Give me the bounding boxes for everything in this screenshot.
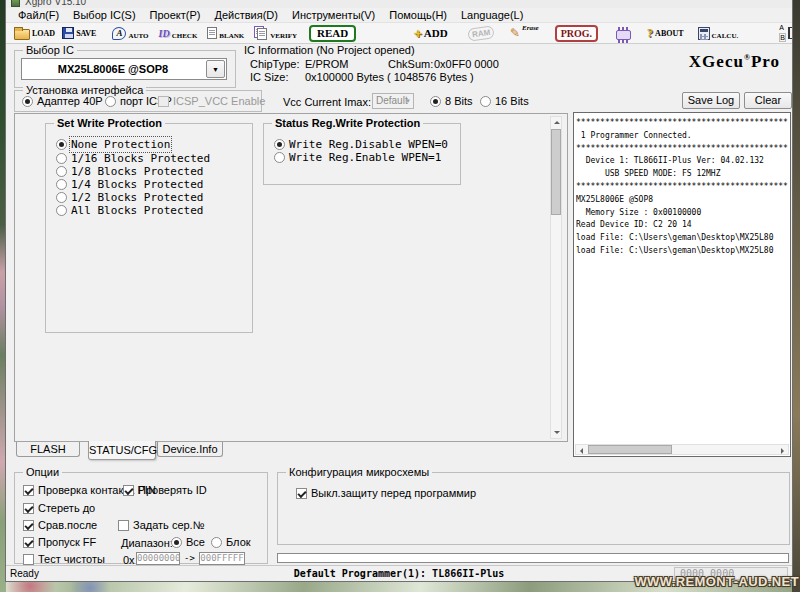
vertical-scrollbar-thumb[interactable]	[551, 129, 561, 215]
checkbox-icon[interactable]	[123, 485, 134, 496]
window-title: Xgpro V15.10	[25, 0, 86, 7]
blank-check-button[interactable]: BLANK	[207, 23, 244, 43]
wp-1-4-radio[interactable]: 1/4 Blocks Protected	[56, 178, 203, 191]
tab-status-cfg[interactable]: STATUS/CFG	[88, 441, 156, 460]
16-bits-radio[interactable]: 16 Bits	[480, 95, 529, 107]
auto-button[interactable]: A AUTO	[112, 23, 148, 43]
load-button[interactable]: LOAD	[14, 23, 55, 43]
radio-icon[interactable]	[211, 537, 222, 548]
wpen-disable-radio[interactable]: Write Reg.Disable WPEN=0	[274, 138, 448, 151]
radio-icon[interactable]	[56, 153, 67, 164]
ram-button[interactable]: RAM	[468, 23, 494, 43]
icsp-vcc-label: ICSP_VCC Enable	[173, 95, 265, 107]
skip-ff-checkbox[interactable]: Пропуск FF	[23, 536, 96, 548]
wp-none-radio[interactable]: None Protection	[56, 138, 170, 151]
menu-language[interactable]: Language(L)	[456, 9, 528, 21]
wpen-enable-radio[interactable]: Write Reg.Enable WPEN=1	[274, 151, 441, 164]
radio-icon[interactable]	[22, 96, 33, 107]
scroll-left-arrow[interactable]	[576, 445, 587, 456]
tab-flash[interactable]: FLASH	[16, 442, 80, 457]
menu-file[interactable]: Файл(F)	[13, 9, 64, 21]
scroll-up-arrow[interactable]	[551, 117, 562, 128]
wp-1-8-radio[interactable]: 1/8 Blocks Protected	[56, 165, 203, 178]
menu-project[interactable]: Проект(P)	[145, 9, 206, 21]
checkbox-icon[interactable]	[23, 537, 34, 548]
read-button[interactable]: READ	[309, 23, 356, 43]
erase-before-checkbox[interactable]: Стереть до	[23, 502, 95, 514]
checkbox-icon[interactable]	[23, 503, 34, 514]
options-group: Опции Проверка контакта PIN Проверять ID…	[14, 472, 268, 564]
range-block-label: Блок	[226, 536, 251, 548]
unprotect-checkbox[interactable]: Выкл.защиту перед программир	[296, 487, 476, 499]
radio-icon[interactable]	[480, 96, 491, 107]
checksum-label: ChkSum:	[388, 58, 433, 70]
address-from-field[interactable]: 00000000	[136, 552, 180, 565]
wp-all-radio[interactable]: All Blocks Protected	[56, 204, 203, 217]
radio-icon[interactable]	[56, 166, 67, 177]
log-horizontal-scrollbar[interactable]	[575, 444, 789, 455]
verify-after-checkbox[interactable]: Срав.после	[23, 519, 97, 531]
range-block-radio[interactable]: Блок	[211, 536, 251, 548]
checkbox-icon[interactable]	[23, 520, 34, 531]
blank-test-checkbox[interactable]: Тест чистоты	[23, 553, 105, 565]
radio-icon[interactable]	[274, 152, 285, 163]
menu-actions[interactable]: Действия(D)	[210, 9, 283, 21]
adapter-40p-radio[interactable]: Адаптер 40P	[22, 95, 103, 107]
range-all-radio[interactable]: Все	[171, 536, 205, 548]
ic-information: IC Information (No Project opened) ChipT…	[244, 44, 654, 88]
radio-icon[interactable]	[274, 139, 285, 150]
save-log-button[interactable]: Save Log	[682, 92, 740, 109]
ic-size-value: 0x100000 Bytes ( 1048576 Bytes )	[305, 71, 474, 83]
save-button[interactable]: SAVE	[62, 23, 96, 43]
prog-button[interactable]: PROG.	[555, 23, 598, 43]
horizontal-scrollbar-thumb[interactable]	[588, 445, 672, 454]
checkbox-icon[interactable]	[118, 520, 129, 531]
erase-button[interactable]: ✎ Erase	[510, 23, 539, 43]
scroll-right-arrow[interactable]	[777, 445, 788, 456]
radio-icon[interactable]	[56, 179, 67, 190]
menu-tools[interactable]: Инструменты(V)	[287, 9, 380, 21]
chip-select-combobox[interactable]: MX25L8006E @SOP8 ▼	[21, 58, 227, 80]
radio-icon[interactable]	[105, 96, 116, 107]
checkbox-icon[interactable]	[296, 488, 307, 499]
logic-gate-icon: A B & Y	[778, 26, 792, 41]
radio-icon[interactable]	[56, 192, 67, 203]
8-bits-radio[interactable]: 8 Bits	[430, 95, 473, 107]
tab-device-info[interactable]: Device.Info	[157, 442, 223, 457]
address-to-field[interactable]: 000FFFFF	[199, 552, 245, 565]
wp-none-label: None Protection	[71, 138, 170, 151]
radio-icon[interactable]	[56, 139, 67, 150]
question-mark-icon: ?	[647, 26, 653, 41]
logic-gate-button[interactable]: A B & Y	[778, 23, 792, 43]
log-line: load File: C:\Users\geman\Desktop\MX25L8…	[576, 245, 788, 258]
chevron-down-icon: ▼	[212, 66, 219, 73]
skip-ff-label: Пропуск FF	[38, 536, 96, 548]
clear-button[interactable]: Clear	[744, 92, 792, 109]
menu-select-ic[interactable]: Выбор IC(S)	[68, 9, 141, 21]
radio-icon[interactable]	[171, 537, 182, 548]
checkbox-icon	[158, 96, 169, 107]
check-id-checkbox[interactable]: Проверять ID	[123, 484, 207, 496]
scroll-down-arrow[interactable]	[551, 427, 562, 438]
about-button[interactable]: ? ABOUT	[647, 23, 683, 43]
menu-help[interactable]: Помощь(H)	[384, 9, 452, 21]
checkbox-icon[interactable]	[23, 554, 34, 565]
wp-1-16-radio[interactable]: 1/16 Blocks Protected	[56, 152, 210, 165]
unprotect-label: Выкл.защиту перед программир	[311, 487, 476, 499]
add-button[interactable]: + ADD	[414, 23, 447, 43]
chip-select-dropdown-button[interactable]: ▼	[206, 60, 225, 78]
log-line: Read Device ID: C2 20 14	[576, 219, 788, 232]
radio-icon[interactable]	[430, 96, 441, 107]
wp-1-2-radio[interactable]: 1/2 Blocks Protected	[56, 191, 203, 204]
brand-name: XGecu	[689, 52, 744, 71]
radio-icon[interactable]	[56, 205, 67, 216]
calculator-button[interactable]: CALCU.	[698, 23, 739, 43]
chip-type-label: ChipType:	[250, 58, 300, 70]
serial-number-checkbox[interactable]: Задать сер.№	[118, 519, 204, 531]
checkbox-icon[interactable]	[23, 485, 34, 496]
verify-button[interactable]: VERIFY	[254, 23, 297, 43]
save-label: SAVE	[76, 29, 96, 38]
chip-button[interactable]	[616, 23, 631, 43]
check-id-button[interactable]: ID CHECK	[159, 23, 198, 43]
vertical-scrollbar[interactable]	[550, 116, 562, 439]
